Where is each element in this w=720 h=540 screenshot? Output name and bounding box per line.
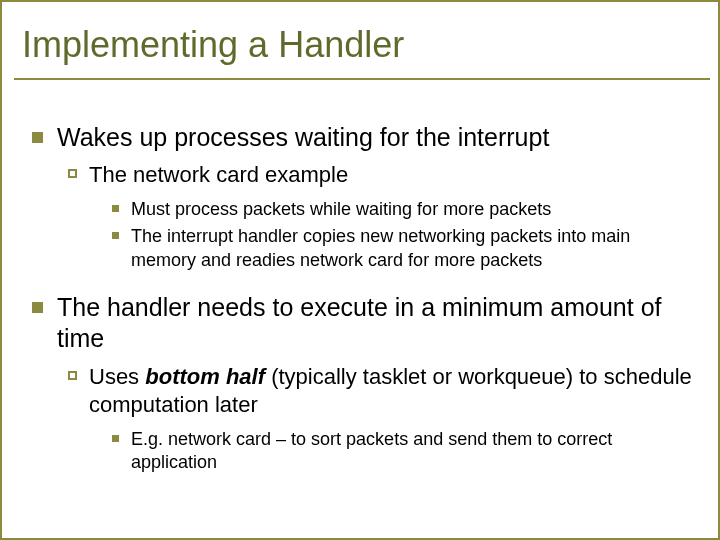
bullet-level3: The interrupt handler copies new network… (112, 225, 692, 272)
bullet-level2: The network card example (68, 161, 692, 190)
slide-title: Implementing a Handler (22, 24, 404, 66)
text-strong: bottom half (145, 364, 265, 389)
text-part: Uses (89, 364, 145, 389)
title-underline (14, 78, 710, 80)
bullet-text: E.g. network card – to sort packets and … (131, 428, 692, 475)
bullet-text: The handler needs to execute in a minimu… (57, 292, 692, 355)
bullet-text: The network card example (89, 161, 348, 190)
small-square-bullet-icon (112, 435, 119, 442)
hollow-square-bullet-icon (68, 371, 77, 380)
bullet-level1: Wakes up processes waiting for the inter… (32, 122, 692, 153)
bullet-level2: Uses bottom half (typically tasklet or w… (68, 363, 692, 420)
bullet-text: Must process packets while waiting for m… (131, 198, 551, 221)
slide: Implementing a Handler Wakes up processe… (0, 0, 720, 540)
small-square-bullet-icon (112, 205, 119, 212)
bullet-level1: The handler needs to execute in a minimu… (32, 292, 692, 355)
bullet-level3: E.g. network card – to sort packets and … (112, 428, 692, 475)
spacer (32, 276, 692, 292)
bullet-text: Wakes up processes waiting for the inter… (57, 122, 549, 153)
small-square-bullet-icon (112, 232, 119, 239)
bullet-text: The interrupt handler copies new network… (131, 225, 692, 272)
square-bullet-icon (32, 132, 43, 143)
hollow-square-bullet-icon (68, 169, 77, 178)
bullet-level3: Must process packets while waiting for m… (112, 198, 692, 221)
bullet-text: Uses bottom half (typically tasklet or w… (89, 363, 692, 420)
square-bullet-icon (32, 302, 43, 313)
slide-body: Wakes up processes waiting for the inter… (32, 122, 692, 478)
